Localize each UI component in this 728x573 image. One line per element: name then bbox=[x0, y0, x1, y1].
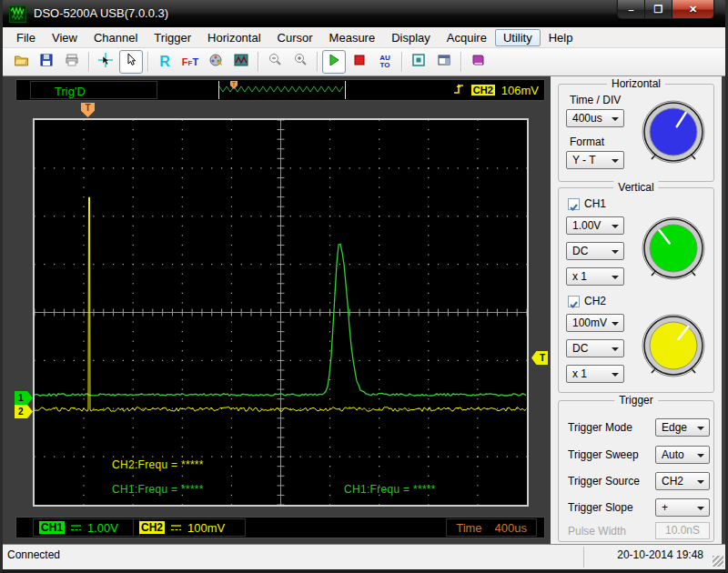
menu-file[interactable]: File bbox=[8, 29, 44, 46]
format-select[interactable]: Y - T bbox=[566, 151, 624, 169]
save-icon bbox=[39, 53, 54, 71]
film-reel-icon bbox=[208, 53, 223, 71]
ch2-ground-marker[interactable]: 2 bbox=[15, 405, 33, 418]
horizontal-trigger-position-marker[interactable]: T bbox=[81, 103, 95, 117]
chevron-down-icon bbox=[612, 322, 619, 326]
run-button[interactable] bbox=[322, 50, 346, 74]
zoom-out-button[interactable] bbox=[263, 50, 287, 74]
window-title: DSO-5200A USB(7.0.0.3) bbox=[34, 6, 168, 20]
menu-acquire[interactable]: Acquire bbox=[439, 29, 495, 46]
toolbar: R FFT AUTO bbox=[3, 48, 725, 76]
ch2-checkbox-label: CH2 bbox=[584, 295, 606, 307]
ch1-coupling-select[interactable]: DC bbox=[566, 242, 624, 260]
trigger-sweep-select[interactable]: Auto bbox=[655, 446, 710, 464]
open-icon bbox=[14, 53, 29, 71]
help-button[interactable] bbox=[466, 50, 490, 74]
print-icon bbox=[65, 53, 79, 71]
caption-buttons: – ❐ ✕ bbox=[617, 0, 714, 19]
window-layout-button[interactable] bbox=[432, 50, 456, 74]
refresh-button[interactable]: R bbox=[153, 50, 177, 74]
chevron-down-icon bbox=[612, 117, 619, 121]
toolbar-separator bbox=[258, 52, 258, 72]
ch1-probe-select[interactable]: x 1 bbox=[566, 267, 624, 286]
waveform-preview[interactable]: T bbox=[218, 81, 346, 99]
menu-bar: File View Channel Trigger Horizontal Cur… bbox=[3, 27, 725, 48]
titlebar[interactable]: DSO-5200A USB(7.0.0.3) – ❐ ✕ bbox=[0, 0, 728, 27]
ch1-badge: CH1 bbox=[39, 521, 65, 534]
menu-channel[interactable]: Channel bbox=[86, 29, 146, 46]
horizontal-knob[interactable] bbox=[639, 99, 708, 168]
trigger-readout: CH2 106mV bbox=[453, 81, 539, 99]
ch2-coupling-select[interactable]: DC bbox=[566, 339, 624, 357]
menu-measure[interactable]: Measure bbox=[321, 29, 384, 46]
ch1-frequency-readout: CH1:Frequ = ***** bbox=[112, 483, 204, 496]
waveform-display-button[interactable] bbox=[229, 50, 253, 74]
ch2-vertical-knob[interactable] bbox=[639, 313, 708, 382]
menu-trigger[interactable]: Trigger bbox=[146, 29, 199, 46]
chevron-down-icon bbox=[697, 507, 704, 510]
ch2-checkbox[interactable] bbox=[568, 296, 580, 307]
select-arrow-button[interactable] bbox=[119, 50, 143, 74]
zoom-out-icon bbox=[268, 53, 282, 71]
zoom-in-button[interactable] bbox=[288, 50, 312, 74]
menu-cursor[interactable]: Cursor bbox=[269, 29, 321, 46]
chevron-down-icon bbox=[612, 225, 619, 228]
fullscreen-button[interactable] bbox=[407, 50, 430, 74]
resize-grip[interactable] bbox=[713, 556, 723, 567]
ch2-probe-select[interactable]: x 1 bbox=[566, 365, 624, 383]
toolbar-separator bbox=[147, 52, 148, 72]
chevron-down-icon bbox=[612, 347, 619, 351]
maximize-button[interactable]: ❐ bbox=[645, 0, 672, 19]
zoom-in-icon bbox=[293, 53, 308, 71]
chevron-down-icon bbox=[697, 454, 704, 457]
window-layout-icon bbox=[437, 53, 451, 71]
chevron-down-icon bbox=[697, 427, 704, 430]
fft-button[interactable]: FFT bbox=[178, 50, 202, 74]
minimize-button[interactable]: – bbox=[618, 0, 645, 19]
trigger-mode-select[interactable]: Edge bbox=[655, 418, 710, 437]
trigger-slope-select[interactable]: + bbox=[655, 498, 710, 517]
menu-utility[interactable]: Utility bbox=[495, 29, 541, 46]
toolbar-separator bbox=[401, 52, 402, 72]
auto-icon: AUTO bbox=[379, 55, 390, 69]
trigger-source-select[interactable]: CH2 bbox=[655, 472, 710, 490]
time-label: Time bbox=[456, 521, 481, 535]
stop-button[interactable] bbox=[348, 50, 371, 74]
ch1-volt-select[interactable]: 1.00V bbox=[566, 216, 624, 235]
trigger-source-label: Trigger Source bbox=[568, 475, 640, 488]
menu-display[interactable]: Display bbox=[383, 29, 439, 46]
scope-display: CH2:Frequ = ***** CH1:Frequ = ***** CH1:… bbox=[33, 118, 529, 507]
horizontal-group: Horizontal Time / DIV 400us Format Y - T bbox=[558, 84, 714, 182]
toolbar-separator bbox=[460, 52, 461, 72]
crosshair-cursor-icon bbox=[97, 52, 114, 72]
menu-help[interactable]: Help bbox=[541, 29, 581, 46]
close-button[interactable]: ✕ bbox=[672, 0, 713, 19]
print-button[interactable] bbox=[60, 50, 84, 74]
ch1-ground-marker[interactable]: 1 bbox=[15, 391, 33, 405]
color-settings-button[interactable] bbox=[204, 50, 228, 74]
scope-graticule-and-waveforms bbox=[35, 120, 527, 505]
trig-status-box: Trig'D bbox=[30, 81, 157, 99]
time-div-select[interactable]: 400us bbox=[566, 109, 624, 127]
pulse-width-input[interactable]: 10.0nS bbox=[655, 522, 710, 539]
cursor-measure-button[interactable] bbox=[94, 50, 117, 74]
arrow-cursor-icon bbox=[124, 53, 138, 71]
trigger-group: Trigger Trigger Mode Edge Trigger Sweep … bbox=[558, 400, 714, 542]
fullscreen-icon bbox=[411, 53, 426, 71]
ch1-vertical-knob[interactable] bbox=[639, 216, 708, 285]
ch2-volt-select[interactable]: 100mV bbox=[566, 314, 624, 332]
save-button[interactable] bbox=[35, 50, 58, 74]
menu-view[interactable]: View bbox=[44, 29, 86, 46]
open-button[interactable] bbox=[9, 50, 33, 74]
vertical-group: Vertical CH1 1.00V DC x 1 CH2 100mV DC x bbox=[558, 187, 714, 393]
format-label: Format bbox=[570, 136, 604, 148]
ch1-checkbox[interactable] bbox=[568, 198, 580, 210]
trig-status: Trig'D bbox=[55, 85, 86, 98]
control-panel: Horizontal Time / DIV 400us Format Y - T… bbox=[551, 76, 722, 544]
trigger-mode-label: Trigger Mode bbox=[568, 421, 632, 434]
app-window: DSO-5200A USB(7.0.0.3) – ❐ ✕ File View C… bbox=[0, 0, 728, 573]
trigger-level-marker[interactable]: T bbox=[531, 351, 548, 365]
connection-status: Connected bbox=[7, 548, 60, 561]
menu-horizontal[interactable]: Horizontal bbox=[199, 29, 269, 46]
autoset-button[interactable]: AUTO bbox=[373, 50, 397, 74]
